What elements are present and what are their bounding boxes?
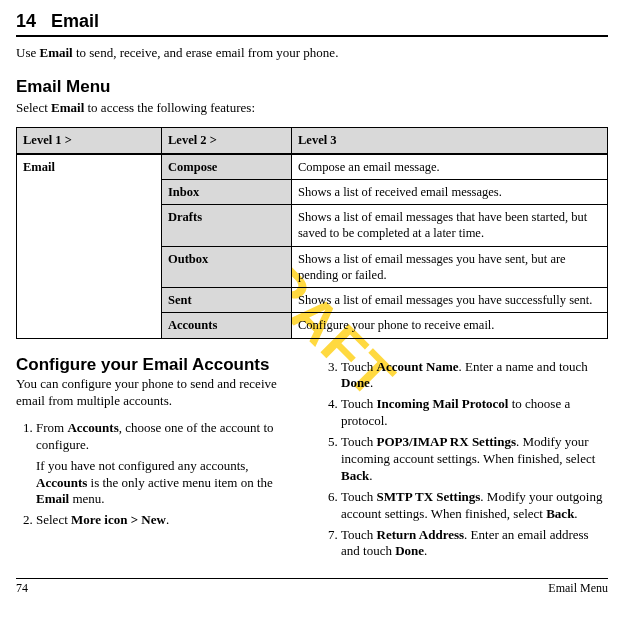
text: Touch — [341, 489, 377, 504]
text: Use — [16, 45, 39, 60]
text: Select — [16, 100, 51, 115]
chapter-name: Email — [51, 11, 99, 31]
list-item: Touch POP3/IMAP RX Settings. Modify your… — [341, 434, 608, 485]
text: to send, receive, and erase email from y… — [73, 45, 339, 60]
level2-cell: Outbox — [162, 246, 292, 288]
chapter-intro: Use Email to send, receive, and erase em… — [16, 45, 608, 62]
level3-cell: Shows a list of received email messages. — [292, 179, 608, 204]
col-header-level1: Level 1 > — [17, 128, 162, 154]
email-menu-intro: Select Email to access the following fea… — [16, 100, 608, 117]
text-bold: Email — [36, 491, 69, 506]
col-header-level3: Level 3 — [292, 128, 608, 154]
text-bold: POP3/IMAP RX Settings — [377, 434, 516, 449]
text: . — [166, 512, 169, 527]
text-bold: Email — [39, 45, 72, 60]
text-bold: More icon > New — [71, 512, 166, 527]
level2-cell: Compose — [162, 154, 292, 180]
text: Touch — [341, 527, 377, 542]
list-item: Touch Return Address. Enter an email add… — [341, 527, 608, 561]
level3-cell: Shows a list of email messages you have … — [292, 288, 608, 313]
level2-cell: Drafts — [162, 205, 292, 247]
footer-section: Email Menu — [548, 581, 608, 597]
steps-list-left: From Accounts, choose one of the account… — [16, 420, 303, 529]
text: . — [369, 468, 372, 483]
text: . — [424, 543, 427, 558]
chapter-header-row: 14 Email — [16, 10, 608, 37]
list-item: Touch Incoming Mail Protocol to choose a… — [341, 396, 608, 430]
right-column: Touch Account Name. Enter a name and tou… — [321, 355, 608, 565]
level1-cell: Email — [17, 154, 162, 339]
configure-desc: You can configure your phone to send and… — [16, 376, 303, 410]
table-row: Email Compose Compose an email message. — [17, 154, 608, 180]
level3-cell: Configure your phone to receive email. — [292, 313, 608, 338]
text: From — [36, 420, 67, 435]
text: Touch — [341, 434, 377, 449]
text-bold: Back — [546, 506, 574, 521]
text: If you have not configured any accounts, — [36, 458, 249, 473]
text-bold: SMTP TX Settings — [377, 489, 481, 504]
text-bold: Incoming Mail Protocol — [377, 396, 509, 411]
features-table: Level 1 > Level 2 > Level 3 Email Compos… — [16, 127, 608, 338]
text: to access the following features: — [84, 100, 255, 115]
page-footer: 74 Email Menu — [16, 578, 608, 597]
list-item: From Accounts, choose one of the account… — [36, 420, 303, 508]
text-bold: Account Name — [377, 359, 459, 374]
col-header-level2: Level 2 > — [162, 128, 292, 154]
text: . — [370, 375, 373, 390]
configure-heading: Configure your Email Accounts — [16, 355, 303, 375]
level3-cell: Shows a list of email messages you have … — [292, 246, 608, 288]
list-item: Touch SMTP TX Settings. Modify your outg… — [341, 489, 608, 523]
step-note: If you have not configured any accounts,… — [36, 458, 303, 509]
level2-cell: Accounts — [162, 313, 292, 338]
page-number: 74 — [16, 581, 28, 597]
level2-cell: Inbox — [162, 179, 292, 204]
text-bold: Done — [341, 375, 370, 390]
text: menu. — [69, 491, 104, 506]
text: is the only active menu item on the — [87, 475, 273, 490]
text-bold: Done — [395, 543, 424, 558]
text: . — [574, 506, 577, 521]
text: . Enter a name and touch — [459, 359, 588, 374]
two-column-layout: Configure your Email Accounts You can co… — [16, 355, 608, 565]
chapter-title: 14 Email — [16, 10, 608, 33]
text: Touch — [341, 396, 377, 411]
level3-cell: Shows a list of email messages that have… — [292, 205, 608, 247]
text-bold: Return Address — [377, 527, 465, 542]
steps-list-right: Touch Account Name. Enter a name and tou… — [321, 359, 608, 561]
text-bold: Back — [341, 468, 369, 483]
text: Touch — [341, 359, 377, 374]
email-menu-heading: Email Menu — [16, 76, 608, 98]
list-item: Touch Account Name. Enter a name and tou… — [341, 359, 608, 393]
text-bold: Accounts — [67, 420, 118, 435]
chapter-number: 14 — [16, 11, 36, 31]
list-item: Select More icon > New. — [36, 512, 303, 529]
level2-cell: Sent — [162, 288, 292, 313]
text-bold: Accounts — [36, 475, 87, 490]
level3-cell: Compose an email message. — [292, 154, 608, 180]
text-bold: Email — [51, 100, 84, 115]
text: Select — [36, 512, 71, 527]
left-column: Configure your Email Accounts You can co… — [16, 355, 303, 565]
